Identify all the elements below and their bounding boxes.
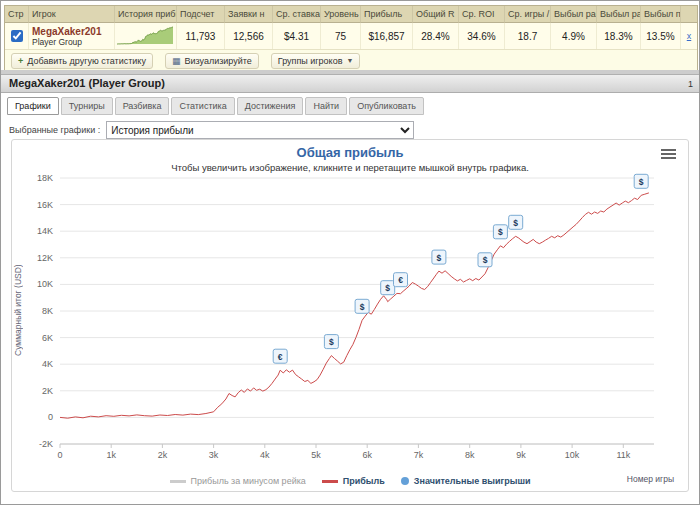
- svg-text:11k: 11k: [616, 450, 630, 460]
- svg-text:1k: 1k: [106, 450, 116, 460]
- column-header-out-late[interactable]: Выбыл поз: [641, 6, 681, 23]
- svg-text:12K: 12K: [37, 253, 53, 263]
- table-toolbar: + Добавить другую статистику ▦ Визуализи…: [5, 49, 697, 71]
- column-header-avg-roi[interactable]: Ср. ROI: [459, 6, 505, 23]
- count-value: 11,793: [177, 23, 225, 49]
- column-header-games-per[interactable]: Ср. игры /: [505, 6, 551, 23]
- legend-label: Значительные выигрыши: [414, 476, 531, 486]
- column-header-profit[interactable]: Прибыль: [361, 6, 413, 23]
- tab-find[interactable]: Найти: [305, 97, 347, 115]
- chart-select-label: Выбранные графики :: [9, 125, 100, 135]
- svg-text:3k: 3k: [209, 450, 219, 460]
- svg-text:$: $: [483, 255, 488, 265]
- column-header-entries[interactable]: Заявки н: [225, 6, 273, 23]
- add-statistic-label: Добавить другую статистику: [27, 56, 146, 66]
- svg-text:18K: 18K: [37, 173, 53, 183]
- legend-item-rake[interactable]: Прибыль за минусом рейка: [170, 476, 306, 486]
- svg-text:6K: 6K: [42, 333, 53, 343]
- avg-stake-value: $4.31: [273, 23, 321, 49]
- column-header[interactable]: Стр: [5, 6, 29, 23]
- tab-achievements[interactable]: Достижения: [237, 97, 304, 115]
- total-roi-value: 28.4%: [413, 23, 459, 49]
- line-swatch-icon: [170, 480, 186, 483]
- hamburger-menu-icon[interactable]: [661, 149, 676, 161]
- line-swatch-icon: [322, 480, 338, 483]
- column-header-out-early-2[interactable]: Выбыл ран: [597, 6, 641, 23]
- svg-text:2K: 2K: [42, 386, 53, 396]
- tab-publish[interactable]: Опубликовать: [349, 97, 424, 115]
- player-name-link[interactable]: MegaXaker201: [32, 26, 102, 37]
- out-early-2-value: 18.3%: [597, 23, 641, 49]
- player-groups-label: Группы игроков: [278, 56, 343, 66]
- player-groups-button[interactable]: Группы игроков ▼: [271, 53, 361, 69]
- level-value: 75: [321, 23, 361, 49]
- column-header-out-early-1[interactable]: Выбыл ран: [551, 6, 597, 23]
- svg-text:14K: 14K: [37, 226, 53, 236]
- sparkline-cell: [115, 23, 177, 49]
- visualize-label: Визуализируйте: [184, 56, 251, 66]
- svg-text:-2K: -2K: [39, 439, 53, 449]
- section-header: MegaXaker201 (Player Group) 1: [1, 74, 699, 93]
- player-group-label: Player Group: [32, 37, 82, 47]
- svg-text:10k: 10k: [565, 450, 580, 460]
- chart-title: Общая прибыль: [12, 145, 688, 160]
- svg-text:$: $: [639, 177, 644, 187]
- avg-roi-value: 34.6%: [459, 23, 505, 49]
- svg-text:8K: 8K: [42, 306, 53, 316]
- chart-grid-icon: ▦: [172, 56, 181, 66]
- add-statistic-button[interactable]: + Добавить другую статистику: [11, 53, 153, 69]
- svg-text:0: 0: [57, 450, 62, 460]
- column-header-total-roi[interactable]: Общий R: [413, 6, 459, 23]
- chevron-down-icon: ▼: [346, 57, 353, 64]
- dot-swatch-icon: [401, 477, 409, 485]
- svg-text:$: $: [329, 337, 334, 347]
- svg-text:7k: 7k: [414, 450, 424, 460]
- legend-item-profit[interactable]: Прибыль: [322, 476, 385, 486]
- remove-row-icon[interactable]: x: [687, 31, 692, 41]
- page-indicator[interactable]: 1: [688, 76, 693, 93]
- chart-legend: Прибыль за минусом рейка Прибыль Значите…: [12, 476, 688, 486]
- svg-text:$: $: [360, 302, 365, 312]
- stats-table: Стр Игрок История прибы Подсчет Заявки н…: [4, 5, 698, 72]
- svg-text:$: $: [498, 227, 503, 237]
- visualize-button[interactable]: ▦ Визуализируйте: [165, 53, 259, 69]
- player-cell: MegaXaker201 Player Group: [29, 23, 115, 49]
- svg-text:4K: 4K: [42, 359, 53, 369]
- stats-table-header-row: Стр Игрок История прибы Подсчет Заявки н…: [5, 6, 697, 23]
- svg-text:€: €: [398, 275, 403, 285]
- section-title: MegaXaker201 (Player Group): [9, 77, 165, 89]
- column-header-player[interactable]: Игрок: [29, 6, 115, 23]
- column-header-count[interactable]: Подсчет: [177, 6, 225, 23]
- svg-text:9k: 9k: [516, 450, 526, 460]
- column-header-level[interactable]: Уровень: [321, 6, 361, 23]
- svg-text:16K: 16K: [37, 200, 53, 210]
- legend-label: Прибыль за минусом рейка: [191, 476, 306, 486]
- row-select-checkbox[interactable]: [11, 30, 23, 42]
- profit-value: $16,857: [361, 23, 413, 49]
- entries-value: 12,566: [225, 23, 273, 49]
- tab-charts[interactable]: Графики: [7, 97, 59, 115]
- chart-select[interactable]: История прибыли: [106, 121, 414, 139]
- legend-item-significant-wins[interactable]: Значительные выигрыши: [401, 476, 531, 486]
- out-late-value: 13.5%: [641, 23, 681, 49]
- svg-text:5k: 5k: [311, 450, 321, 460]
- page: Стр Игрок История прибы Подсчет Заявки н…: [0, 0, 700, 505]
- svg-text:4k: 4k: [260, 450, 270, 460]
- legend-label: Прибыль: [343, 476, 385, 486]
- tab-breakdown[interactable]: Разбивка: [115, 97, 170, 115]
- svg-text:€: €: [278, 352, 283, 362]
- profit-line-chart[interactable]: -2K02K4K6K8K10K12K14K16K18K01k2k3k4k5k6k…: [14, 172, 678, 464]
- tab-bar: Графики Турниры Разбивка Статистика Дост…: [7, 97, 699, 115]
- tab-statistics[interactable]: Статистика: [171, 97, 234, 115]
- column-header-avg-stake[interactable]: Ср. ставка: [273, 6, 321, 23]
- tab-tournaments[interactable]: Турниры: [61, 97, 113, 115]
- games-per-value: 18.7: [505, 23, 551, 49]
- out-early-1-value: 4.9%: [551, 23, 597, 49]
- chart-select-row: Выбранные графики : История прибыли: [9, 121, 699, 139]
- chart-panel: Общая прибыль Чтобы увеличить изображени…: [11, 139, 689, 492]
- x-axis-title: Номер игры: [627, 474, 674, 484]
- column-header-profit-history[interactable]: История прибы: [115, 6, 177, 23]
- profit-sparkline: [117, 26, 175, 46]
- svg-text:10K: 10K: [37, 279, 53, 289]
- svg-text:$: $: [437, 253, 442, 263]
